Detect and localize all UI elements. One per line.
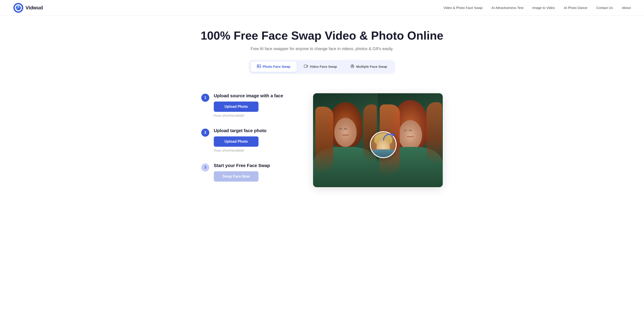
tab-photo-face-swap[interactable]: Photo Face Swap <box>251 62 297 72</box>
hero-title: 100% Free Face Swap Video & Photo Online <box>4 29 640 42</box>
upload-target-button[interactable]: Upload Photo <box>214 136 258 147</box>
tab-multiple-face-swap[interactable]: Multiple Face Swap <box>344 62 393 72</box>
steps-panel: 1 Upload source image with a face Upload… <box>201 93 295 194</box>
tab-photo-label: Photo Face Swap <box>263 65 290 68</box>
nav-link-ai-attractiveness[interactable]: AI Attractiveness Test <box>492 6 524 10</box>
nav-link-about[interactable]: About <box>622 6 630 10</box>
nav-link-image-to-video[interactable]: Image to Video <box>532 6 555 10</box>
tab-video-label: Video Face Swap <box>310 65 337 68</box>
photo-tab-icon <box>257 64 261 69</box>
multiple-tab-icon <box>350 64 354 69</box>
tab-bar: Photo Face Swap Video Face Swap Multiple… <box>249 60 395 73</box>
step-2-label: Upload target face photo <box>214 128 295 133</box>
step-3-content: Start your Free Face Swap Swap Face Now <box>214 163 295 184</box>
step-1-content: Upload source image with a face Upload P… <box>214 93 295 118</box>
step-number-1: 1 <box>201 94 209 102</box>
step-2-hint: Photo JPG/PNG/WEBP <box>214 149 295 152</box>
svg-rect-7 <box>304 65 307 68</box>
step-number-3: 3 <box>201 164 209 172</box>
step-1: 1 Upload source image with a face Upload… <box>201 93 295 118</box>
tab-video-face-swap[interactable]: Video Face Swap <box>298 62 343 72</box>
nav-link-video-photo[interactable]: Video & Photo Face Swap <box>444 6 482 10</box>
step-3-label: Start your Free Face Swap <box>214 163 295 168</box>
main-content: 1 Upload source image with a face Upload… <box>166 93 478 212</box>
step-1-hint: Photo JPG/PNG/WEBP <box>214 114 295 118</box>
step-2-content: Upload target face photo Upload Photo Ph… <box>214 128 295 152</box>
svg-point-9 <box>352 65 353 66</box>
logo-icon <box>14 3 23 13</box>
navbar: Vidwud Video & Photo Face Swap AI Attrac… <box>0 0 644 16</box>
upload-source-button[interactable]: Upload Photo <box>214 102 258 112</box>
nav-link-contact[interactable]: Contact Us <box>596 6 613 10</box>
swap-arrow-icon <box>381 130 397 144</box>
demo-source-image <box>313 93 378 187</box>
svg-point-4 <box>16 8 18 10</box>
step-number-2: 2 <box>201 128 209 137</box>
tab-multiple-label: Multiple Face Swap <box>356 65 387 68</box>
svg-point-3 <box>17 5 20 8</box>
step-3: 3 Start your Free Face Swap Swap Face No… <box>201 163 295 184</box>
swap-demo <box>313 93 443 187</box>
swap-face-button[interactable]: Swap Face Now <box>214 171 258 182</box>
logo-text: Vidwud <box>26 5 43 11</box>
nav-link-ai-photo-dance[interactable]: AI Photo Dance <box>564 6 588 10</box>
logo[interactable]: Vidwud <box>14 3 43 13</box>
hero-section: 100% Free Face Swap Video & Photo Online… <box>0 16 644 93</box>
video-tab-icon <box>304 64 308 69</box>
svg-rect-5 <box>257 65 261 68</box>
step-2: 2 Upload target face photo Upload Photo … <box>201 128 295 152</box>
image-panel <box>313 93 443 187</box>
nav-links: Video & Photo Face Swap AI Attractivenes… <box>444 6 630 10</box>
step-1-label: Upload source image with a face <box>214 93 295 98</box>
hero-subtitle: Free AI face swapper for anyone to chang… <box>4 46 640 51</box>
